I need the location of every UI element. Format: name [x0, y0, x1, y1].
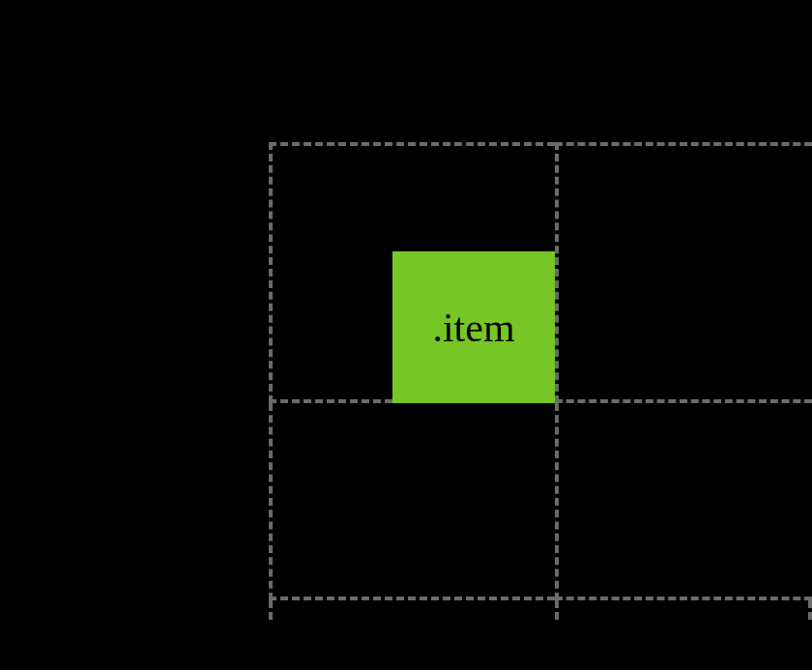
grid-cell-bottom-left	[269, 403, 555, 600]
grid-tick-bottom-mid	[555, 600, 559, 620]
grid-diagram: .item	[269, 142, 812, 600]
grid-cell-bottom-right	[555, 403, 812, 600]
grid-tick-bottom-left	[269, 600, 273, 620]
grid-cell-top-right	[555, 142, 812, 403]
item-box: .item	[392, 251, 555, 403]
grid-tick-bottom-right	[808, 600, 812, 620]
item-label: .item	[432, 305, 514, 351]
